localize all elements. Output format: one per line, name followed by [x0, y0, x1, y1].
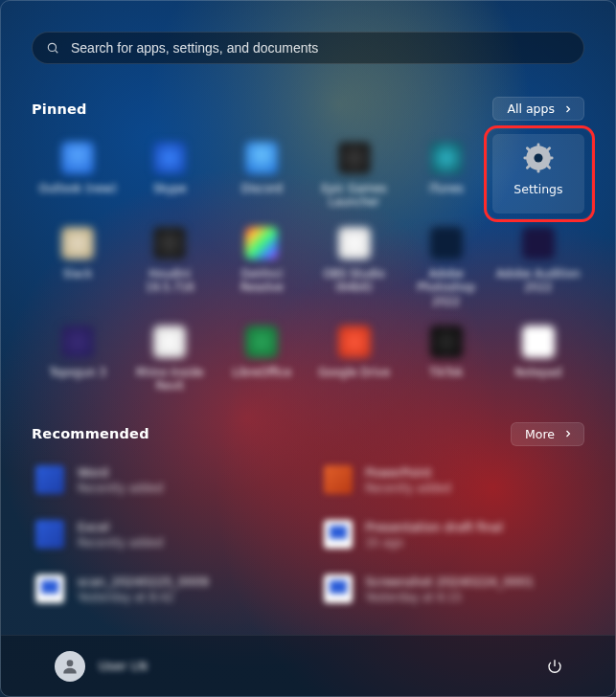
pinned-app[interactable]: Epic Games Launcher	[308, 134, 399, 214]
pinned-app[interactable]: Topogun 3	[32, 318, 124, 397]
pinned-app[interactable]: iTunes	[400, 134, 492, 214]
more-label: More	[525, 427, 555, 441]
pinned-app[interactable]: Slack	[32, 219, 124, 312]
svg-line-1	[56, 51, 58, 54]
app-label: LibreOffice	[232, 366, 291, 379]
recommended-text: scan_20240225_0009Yesterday at 8:42	[78, 574, 209, 604]
recommended-item[interactable]: scan_20240225_0009Yesterday at 8:42	[32, 571, 297, 608]
recommended-text: Screenshot 20240224_0001Yesterday at 6:1…	[366, 574, 535, 604]
power-button[interactable]	[538, 650, 571, 683]
app-label: Notepad	[514, 366, 561, 379]
person-icon	[60, 657, 80, 676]
app-label: iTunes	[429, 182, 464, 195]
pinned-app[interactable]: Adobe Audition 2022	[492, 219, 584, 312]
gear-icon	[522, 142, 555, 174]
start-footer: User LN	[1, 635, 615, 696]
recommended-text: ExcelRecently added	[78, 520, 163, 550]
app-icon	[245, 326, 278, 358]
app-icon	[338, 142, 371, 174]
file-icon	[324, 520, 353, 549]
power-icon	[546, 658, 563, 675]
app-label: Discord	[241, 182, 283, 195]
app-label: Outlook (new)	[38, 182, 116, 195]
user-account-button[interactable]: User LN	[45, 645, 157, 687]
file-icon	[35, 574, 64, 603]
recommended-title: scan_20240225_0009	[78, 574, 209, 589]
file-icon	[324, 574, 353, 603]
app-label: DaVinci Resolve	[218, 267, 305, 295]
svg-rect-4	[536, 143, 539, 148]
file-icon	[35, 465, 64, 494]
app-icon	[245, 142, 278, 174]
recommended-heading: Recommended	[32, 426, 149, 441]
recommended-header: Recommended More	[32, 422, 584, 446]
pinned-app[interactable]: LibreOffice	[216, 318, 308, 397]
pinned-app[interactable]: DaVinci Resolve	[216, 219, 308, 312]
app-label: Adobe Photoshop 2022	[403, 267, 490, 308]
app-icon	[61, 326, 94, 358]
svg-point-0	[48, 43, 56, 51]
recommended-subtitle: Recently added	[366, 482, 451, 495]
recommended-title: Word	[78, 465, 163, 480]
svg-rect-6	[523, 157, 529, 160]
pinned-app[interactable]: TikTok	[400, 318, 492, 397]
app-label: Skype	[153, 182, 187, 195]
app-label: OBS Studio (64bit)	[311, 267, 398, 295]
app-icon	[430, 142, 463, 174]
svg-point-3	[534, 153, 542, 162]
avatar	[55, 651, 85, 682]
svg-rect-5	[536, 168, 539, 173]
recommended-text: PowerPointRecently added	[366, 465, 451, 495]
recommended-item[interactable]: ExcelRecently added	[32, 516, 297, 553]
pinned-app[interactable]: OBS Studio (64bit)	[308, 219, 399, 312]
file-icon	[324, 465, 353, 494]
all-apps-label: All apps	[507, 101, 555, 116]
recommended-subtitle: Yesterday at 6:15	[366, 591, 535, 604]
recommended-subtitle: Yesterday at 8:42	[78, 591, 209, 604]
recommended-title: Presentation draft final	[366, 520, 503, 534]
app-icon	[338, 326, 371, 358]
app-label: Adobe Audition 2022	[495, 267, 582, 295]
pinned-app[interactable]: Notepad	[492, 318, 584, 397]
recommended-item[interactable]: WordRecently added	[32, 461, 297, 499]
svg-point-12	[67, 660, 74, 666]
pinned-app[interactable]: Adobe Photoshop 2022	[400, 219, 492, 312]
pinned-grid: Outlook (new)SkypeDiscordEpic Games Laun…	[32, 134, 584, 397]
app-label: TikTok	[429, 366, 463, 379]
app-icon	[430, 326, 463, 358]
search-input[interactable]	[71, 40, 570, 56]
pinned-app[interactable]: Houdini 19.5.716	[124, 219, 216, 312]
app-label: Epic Games Launcher	[311, 182, 398, 210]
pinned-app[interactable]: Rhino Inside Revit	[124, 318, 216, 397]
pinned-app[interactable]: Discord	[216, 134, 308, 214]
more-button[interactable]: More	[511, 422, 584, 446]
app-icon	[338, 227, 371, 259]
recommended-item[interactable]: PowerPointRecently added	[320, 461, 585, 499]
chevron-right-icon	[562, 103, 574, 115]
pinned-app[interactable]: Skype	[124, 134, 216, 214]
pinned-app[interactable]: Google Drive	[308, 318, 399, 397]
app-label: Topogun 3	[49, 366, 105, 379]
pinned-heading: Pinned	[32, 101, 87, 117]
recommended-subtitle: Recently added	[78, 536, 163, 550]
all-apps-button[interactable]: All apps	[492, 97, 584, 121]
recommended-title: Screenshot 20240224_0001	[366, 574, 535, 589]
app-icon	[522, 227, 555, 259]
user-name: User LN	[99, 659, 148, 673]
recommended-item[interactable]: Screenshot 20240224_0001Yesterday at 6:1…	[320, 571, 585, 608]
chevron-right-icon	[562, 428, 574, 439]
app-label: Google Drive	[318, 366, 390, 379]
app-icon	[61, 227, 94, 259]
app-label: Rhino Inside Revit	[126, 366, 213, 393]
recommended-item[interactable]: Presentation draft final1h ago	[320, 516, 585, 553]
file-icon	[35, 520, 64, 549]
app-icon	[153, 326, 186, 358]
recommended-title: Excel	[78, 520, 163, 534]
search-box[interactable]	[32, 32, 584, 64]
app-icon	[522, 326, 555, 358]
recommended-subtitle: 1h ago	[366, 536, 503, 550]
pinned-app[interactable]: Outlook (new)	[32, 134, 124, 214]
settings-app[interactable]: Settings	[492, 134, 584, 214]
app-icon	[61, 142, 94, 174]
start-menu-panel: Pinned All apps Outlook (new)SkypeDiscor…	[1, 1, 615, 696]
